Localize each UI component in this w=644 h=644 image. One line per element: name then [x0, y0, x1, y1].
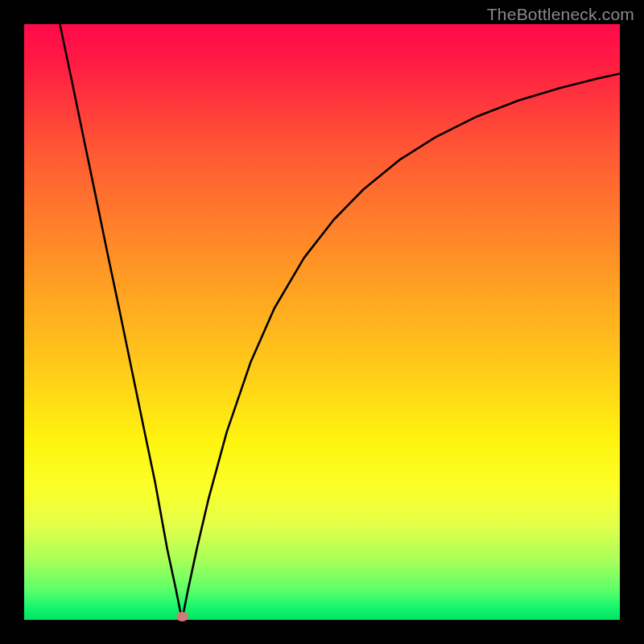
- chart-frame: TheBottleneck.com: [0, 0, 644, 644]
- curve-path: [60, 24, 620, 620]
- curve-svg: [24, 24, 620, 620]
- plot-area: [24, 24, 620, 620]
- minimum-marker: [176, 612, 188, 621]
- watermark-text: TheBottleneck.com: [487, 5, 634, 24]
